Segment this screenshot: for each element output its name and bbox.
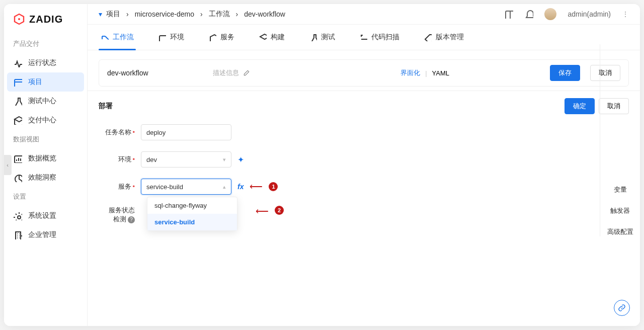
dropdown-option-selected[interactable]: service-build <box>147 214 237 230</box>
chevron-right-icon: › <box>200 10 203 18</box>
docs-icon[interactable] <box>504 10 513 19</box>
chevron-right-icon: › <box>236 10 238 18</box>
sidebar-group-data: 数据视图 <box>4 130 87 149</box>
pulse-icon <box>13 58 22 67</box>
kebab-icon[interactable]: ⋮ <box>622 10 629 18</box>
breadcrumb-dropdown-icon[interactable]: ▾ <box>99 10 102 18</box>
breadcrumb-section[interactable]: 工作流 <box>209 10 230 19</box>
tag-icon <box>424 33 432 41</box>
breadcrumb-item: dev-workflow <box>244 10 285 18</box>
svg-rect-6 <box>506 11 513 19</box>
breadcrumb-root[interactable]: 项目 <box>106 10 120 19</box>
link-fab[interactable] <box>614 300 630 316</box>
callout-badge-2: 2 <box>275 206 284 215</box>
rail-advanced[interactable]: 高级配置 <box>607 227 633 236</box>
panel-confirm-button[interactable]: 确定 <box>565 98 595 114</box>
main: ‹ ▾ 项目 › microservice-demo › 工作流 › dev-w… <box>88 4 640 326</box>
chart-icon <box>13 154 22 163</box>
build-icon <box>259 33 267 41</box>
logo-text: ZADIG <box>29 14 63 25</box>
svg-point-0 <box>18 18 20 20</box>
sidebar-item-overview[interactable]: 数据概览 <box>4 149 87 168</box>
edit-icon[interactable] <box>243 69 250 76</box>
mode-yaml[interactable]: YAML <box>432 69 449 77</box>
mode-ui[interactable]: 界面化 <box>400 68 420 77</box>
bell-icon[interactable] <box>524 10 533 19</box>
chevron-up-icon: ▴ <box>223 184 226 190</box>
sidebar-item-system[interactable]: 系统设置 <box>4 206 87 225</box>
tab-test[interactable]: 测试 <box>307 25 337 50</box>
tab-env[interactable]: 环境 <box>156 25 186 50</box>
mode-toggle: 界面化 | YAML <box>400 68 449 77</box>
svg-point-4 <box>18 216 21 219</box>
sidebar: ZADIG 产品交付 运行状态 项目 测试中心 交付中心 数据视图 数据概览 效… <box>4 4 88 326</box>
sidebar-item-enterprise[interactable]: 企业管理 <box>4 225 87 244</box>
help-icon[interactable]: ? <box>128 216 135 223</box>
deploy-panel: 部署 确定 取消 任务名称• 环境• dev▾ ✦ <box>88 91 640 305</box>
avatar[interactable] <box>544 8 556 20</box>
callout-badge-1: 1 <box>269 182 278 191</box>
tab-version[interactable]: 版本管理 <box>422 25 466 50</box>
sidebar-item-test[interactable]: 测试中心 <box>4 92 87 111</box>
package-icon <box>13 116 22 125</box>
callout-arrow-2: ⟵ <box>256 206 269 217</box>
topbar: ▾ 项目 › microservice-demo › 工作流 › dev-wor… <box>88 4 640 25</box>
svg-rect-1 <box>15 79 22 87</box>
sidebar-group-settings: 设置 <box>4 187 87 206</box>
sidebar-item-insight[interactable]: 效能洞察 <box>4 168 87 187</box>
tabs: 工作流 环境 服务 构建 测试 代码扫描 版本管理 <box>88 25 640 50</box>
service-label: 服务• <box>99 182 135 191</box>
tab-build[interactable]: 构建 <box>257 25 287 50</box>
logo-icon <box>13 13 25 25</box>
content: dev-workflow 描述信息 界面化 | YAML 保存 取消 <box>88 50 640 114</box>
tab-workflow[interactable]: 工作流 <box>99 25 136 50</box>
tab-service[interactable]: 服务 <box>206 25 236 50</box>
link-icon <box>618 304 626 312</box>
env-label: 环境• <box>99 155 135 164</box>
task-name-input[interactable] <box>141 124 231 140</box>
rail-variables[interactable]: 变量 <box>614 185 627 194</box>
workflow-desc[interactable]: 描述信息 <box>213 68 390 77</box>
chevron-right-icon: › <box>126 10 129 18</box>
workflow-name: dev-workflow <box>107 69 203 77</box>
service-dropdown: sql-change-flyway service-build <box>147 197 237 231</box>
save-button[interactable]: 保存 <box>550 65 580 81</box>
tab-scan[interactable]: 代码扫描 <box>357 25 401 50</box>
fx-icon[interactable]: fx <box>237 183 244 191</box>
flask-icon <box>13 97 22 106</box>
task-name-label: 任务名称• <box>99 128 135 137</box>
scan-icon <box>359 33 367 41</box>
project-icon <box>13 77 22 87</box>
chevron-down-icon: ▾ <box>223 156 226 163</box>
svg-rect-7 <box>159 36 166 41</box>
sidebar-group-delivery: 产品交付 <box>4 34 87 53</box>
right-rail: 变量 触发器 高级配置 <box>600 44 640 236</box>
env-select[interactable]: dev▾ <box>141 151 231 168</box>
sidebar-collapse-handle[interactable]: ‹ <box>4 155 12 175</box>
service-status-label: 服务状态 检测? <box>99 206 135 224</box>
callout-arrow-1: ⟵ <box>250 181 263 192</box>
test-icon <box>309 33 317 41</box>
sidebar-item-project[interactable]: 项目 <box>7 72 84 92</box>
workflow-icon <box>101 33 109 41</box>
pie-icon <box>13 173 22 182</box>
service-select[interactable]: service-build▴ <box>141 179 231 195</box>
dropdown-option[interactable]: sql-change-flyway <box>147 197 237 214</box>
building-icon <box>13 230 22 239</box>
wand-icon[interactable]: ✦ <box>237 155 244 164</box>
breadcrumb: ▾ 项目 › microservice-demo › 工作流 › dev-wor… <box>99 10 502 19</box>
service-icon <box>208 33 216 41</box>
gear-icon <box>13 211 22 220</box>
env-icon <box>158 33 166 41</box>
user-label[interactable]: admin(admin) <box>568 10 611 18</box>
sidebar-item-delivery[interactable]: 交付中心 <box>4 111 87 130</box>
svg-rect-5 <box>16 232 21 239</box>
panel-title: 部署 <box>99 102 565 111</box>
rail-triggers[interactable]: 触发器 <box>610 206 630 215</box>
sidebar-item-runtime[interactable]: 运行状态 <box>4 53 87 72</box>
logo: ZADIG <box>4 10 87 34</box>
breadcrumb-project[interactable]: microservice-demo <box>135 10 194 18</box>
workflow-header: dev-workflow 描述信息 界面化 | YAML 保存 取消 <box>99 59 629 87</box>
